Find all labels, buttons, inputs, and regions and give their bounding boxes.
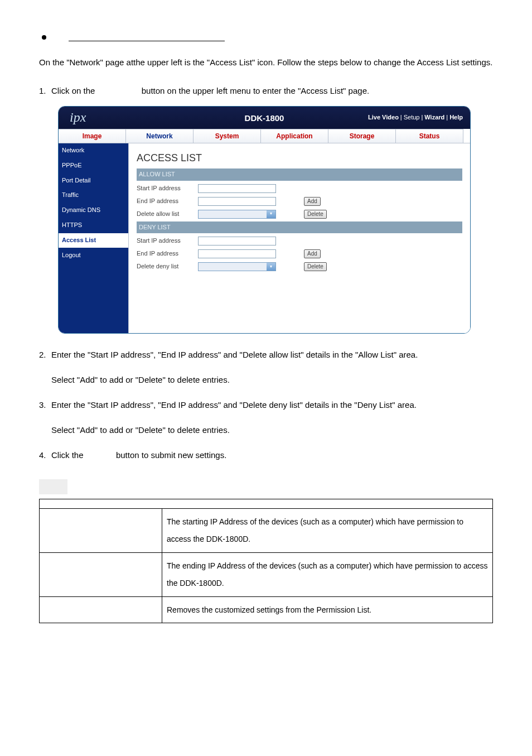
deny-add-button[interactable]: Add [304, 249, 321, 258]
deny-start-label: Start IP address [137, 235, 198, 247]
allow-end-input[interactable] [198, 197, 276, 206]
table-row: The starting IP Address of the devices (… [40, 509, 493, 553]
chevron-down-icon: ▾ [267, 263, 275, 271]
panel-heading: ACCESS LIST [137, 149, 462, 167]
deny-start-input[interactable] [198, 237, 276, 245]
deny-delete-button[interactable]: Delete [304, 262, 327, 271]
screenshot-panel: ipx DDK-1800 Live Video|Setup|Wizard|Hel… [58, 106, 471, 334]
table-cell-label [40, 509, 162, 553]
step-number: 3. [39, 394, 51, 416]
top-tabs: Image Network System Application Storage… [59, 129, 470, 143]
tab-system[interactable]: System [194, 129, 261, 143]
notes-label [39, 479, 67, 494]
step-1-a: Click on the [51, 86, 95, 95]
app-body: Network PPPoE Port Detail Traffic Dynami… [59, 143, 470, 333]
deny-delete-select[interactable]: ▾ [198, 262, 276, 271]
sidebar-item-dynamic-dns[interactable]: Dynamic DNS [59, 203, 128, 218]
intro-text: On the "Network" page atthe upper left i… [39, 51, 493, 73]
sidebar-item-traffic[interactable]: Traffic [59, 188, 128, 203]
sidebar-item-pppoe[interactable]: PPPoE [59, 158, 128, 174]
tab-status[interactable]: Status [396, 129, 463, 143]
allow-delete-button[interactable]: Delete [304, 210, 327, 219]
allow-delete-row: Delete allow list ▾ Delete [137, 209, 462, 220]
link-live-video[interactable]: Live Video [368, 114, 399, 121]
deny-end-input[interactable] [198, 249, 276, 258]
table-row [40, 499, 493, 509]
tab-application[interactable]: Application [261, 129, 328, 143]
table-cell-label [40, 552, 162, 596]
step-1-b: button on the upper left menu to enter t… [142, 86, 369, 95]
allow-end-label: End IP address [137, 196, 198, 207]
allow-end-row: End IP address Add [137, 196, 462, 207]
step-4-a: Click the [51, 450, 84, 460]
logo: ipx [59, 106, 130, 130]
table-cell-desc: The starting IP Address of the devices (… [162, 509, 493, 553]
tab-storage[interactable]: Storage [328, 129, 396, 143]
section-underline [69, 33, 225, 41]
sidebar-item-port-detail[interactable]: Port Detail [59, 174, 128, 189]
sidebar-item-network[interactable]: Network [59, 143, 128, 158]
tab-image[interactable]: Image [59, 129, 126, 143]
deny-end-row: End IP address Add [137, 248, 462, 259]
link-wizard[interactable]: Wizard [424, 114, 444, 121]
step-3-text: Enter the "Start IP address", "End IP ad… [51, 394, 493, 416]
step-number: 1. [39, 80, 51, 102]
step-4: 4. Click the button to submit new settin… [39, 444, 493, 466]
allow-start-input[interactable] [198, 184, 276, 193]
step-3: 3. Enter the "Start IP address", "End IP… [39, 394, 493, 416]
deny-delete-label: Delete deny list [137, 261, 198, 272]
tab-network[interactable]: Network [126, 129, 194, 143]
table-row: Removes the customized settings from the… [40, 596, 493, 623]
sidebar-item-access-list[interactable]: Access List [59, 233, 128, 248]
deny-end-label: End IP address [137, 248, 198, 259]
main-panel: ACCESS LIST ALLOW LIST Start IP address … [129, 143, 470, 333]
table-cell-desc: Removes the customized settings from the… [162, 596, 493, 623]
allow-delete-label: Delete allow list [137, 209, 198, 220]
bullet-icon [42, 35, 46, 40]
table-row: The ending IP Address of the devices (su… [40, 552, 493, 596]
step-number: 4. [39, 444, 51, 466]
app-title: DDK-1800 [245, 110, 284, 126]
deny-delete-row: Delete deny list ▾ Delete [137, 261, 462, 272]
sidebar: Network PPPoE Port Detail Traffic Dynami… [59, 143, 129, 333]
allow-list-heading: ALLOW LIST [137, 168, 462, 181]
deny-start-row: Start IP address [137, 235, 462, 247]
allow-start-label: Start IP address [137, 183, 198, 194]
table-header-cell [40, 499, 493, 509]
sidebar-item-logout[interactable]: Logout [59, 248, 128, 263]
section-bullet [39, 33, 493, 41]
app-header: ipx DDK-1800 Live Video|Setup|Wizard|Hel… [59, 107, 470, 129]
step-4-text: Click the button to submit new settings. [51, 444, 493, 466]
deny-list-heading: DENY LIST [137, 221, 462, 234]
table-cell-label [40, 596, 162, 623]
allow-add-button[interactable]: Add [304, 197, 321, 206]
chevron-down-icon: ▾ [267, 210, 275, 218]
step-1: 1. Click on the button on the upper left… [39, 80, 493, 102]
step-2: 2. Enter the "Start IP address", "End IP… [39, 344, 493, 365]
link-help[interactable]: Help [449, 114, 463, 121]
step-4-b: button to submit new settings. [116, 450, 226, 460]
link-setup[interactable]: Setup [404, 114, 420, 121]
description-table: The starting IP Address of the devices (… [39, 499, 493, 623]
step-2b-text: Select "Add" to add or "Delete" to delet… [51, 369, 493, 391]
step-2-text: Enter the "Start IP address", "End IP ad… [51, 344, 493, 365]
step-3b-text: Select "Add" to add or "Delete" to delet… [51, 419, 493, 441]
allow-start-row: Start IP address [137, 183, 462, 194]
table-cell-desc: The ending IP Address of the devices (su… [162, 552, 493, 596]
step-number: 2. [39, 344, 51, 365]
header-links: Live Video|Setup|Wizard|Help [367, 112, 470, 123]
sidebar-item-https[interactable]: HTTPS [59, 218, 128, 233]
step-1-text: Click on the button on the upper left me… [51, 80, 493, 102]
allow-delete-select[interactable]: ▾ [198, 210, 276, 219]
